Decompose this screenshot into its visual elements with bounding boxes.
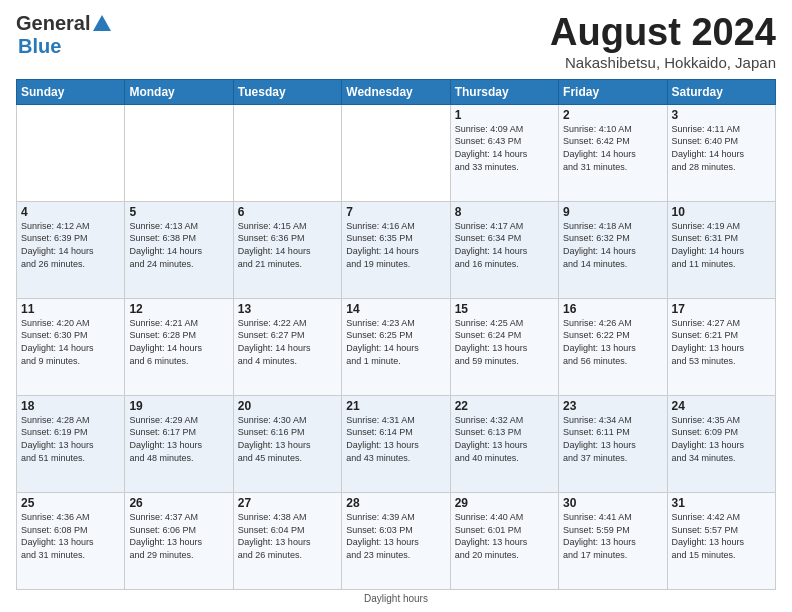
col-header-friday: Friday <box>559 79 667 104</box>
day-info: Sunrise: 4:39 AM Sunset: 6:03 PM Dayligh… <box>346 511 445 561</box>
day-info: Sunrise: 4:15 AM Sunset: 6:36 PM Dayligh… <box>238 220 337 270</box>
calendar-cell: 22Sunrise: 4:32 AM Sunset: 6:13 PM Dayli… <box>450 395 558 492</box>
day-info: Sunrise: 4:28 AM Sunset: 6:19 PM Dayligh… <box>21 414 120 464</box>
day-info: Sunrise: 4:37 AM Sunset: 6:06 PM Dayligh… <box>129 511 228 561</box>
day-number: 17 <box>672 302 771 316</box>
day-info: Sunrise: 4:31 AM Sunset: 6:14 PM Dayligh… <box>346 414 445 464</box>
col-header-saturday: Saturday <box>667 79 775 104</box>
day-info: Sunrise: 4:16 AM Sunset: 6:35 PM Dayligh… <box>346 220 445 270</box>
day-number: 7 <box>346 205 445 219</box>
day-number: 24 <box>672 399 771 413</box>
day-info: Sunrise: 4:20 AM Sunset: 6:30 PM Dayligh… <box>21 317 120 367</box>
day-info: Sunrise: 4:27 AM Sunset: 6:21 PM Dayligh… <box>672 317 771 367</box>
col-header-tuesday: Tuesday <box>233 79 341 104</box>
day-number: 5 <box>129 205 228 219</box>
calendar-cell <box>125 104 233 201</box>
calendar-cell: 16Sunrise: 4:26 AM Sunset: 6:22 PM Dayli… <box>559 298 667 395</box>
calendar-cell: 26Sunrise: 4:37 AM Sunset: 6:06 PM Dayli… <box>125 492 233 589</box>
col-header-monday: Monday <box>125 79 233 104</box>
day-info: Sunrise: 4:25 AM Sunset: 6:24 PM Dayligh… <box>455 317 554 367</box>
day-info: Sunrise: 4:18 AM Sunset: 6:32 PM Dayligh… <box>563 220 662 270</box>
day-number: 21 <box>346 399 445 413</box>
day-number: 4 <box>21 205 120 219</box>
page-title: August 2024 <box>550 12 776 54</box>
day-number: 15 <box>455 302 554 316</box>
calendar-cell: 18Sunrise: 4:28 AM Sunset: 6:19 PM Dayli… <box>17 395 125 492</box>
day-info: Sunrise: 4:21 AM Sunset: 6:28 PM Dayligh… <box>129 317 228 367</box>
day-number: 20 <box>238 399 337 413</box>
calendar-cell <box>17 104 125 201</box>
day-info: Sunrise: 4:30 AM Sunset: 6:16 PM Dayligh… <box>238 414 337 464</box>
day-number: 6 <box>238 205 337 219</box>
calendar-week-4: 18Sunrise: 4:28 AM Sunset: 6:19 PM Dayli… <box>17 395 776 492</box>
calendar-week-1: 1Sunrise: 4:09 AM Sunset: 6:43 PM Daylig… <box>17 104 776 201</box>
calendar-cell: 6Sunrise: 4:15 AM Sunset: 6:36 PM Daylig… <box>233 201 341 298</box>
day-number: 28 <box>346 496 445 510</box>
page-subtitle: Nakashibetsu, Hokkaido, Japan <box>550 54 776 71</box>
day-info: Sunrise: 4:32 AM Sunset: 6:13 PM Dayligh… <box>455 414 554 464</box>
day-info: Sunrise: 4:42 AM Sunset: 5:57 PM Dayligh… <box>672 511 771 561</box>
calendar-cell: 21Sunrise: 4:31 AM Sunset: 6:14 PM Dayli… <box>342 395 450 492</box>
calendar-week-2: 4Sunrise: 4:12 AM Sunset: 6:39 PM Daylig… <box>17 201 776 298</box>
calendar-cell: 29Sunrise: 4:40 AM Sunset: 6:01 PM Dayli… <box>450 492 558 589</box>
calendar-cell: 8Sunrise: 4:17 AM Sunset: 6:34 PM Daylig… <box>450 201 558 298</box>
svg-marker-0 <box>93 15 111 31</box>
calendar-cell: 7Sunrise: 4:16 AM Sunset: 6:35 PM Daylig… <box>342 201 450 298</box>
day-number: 14 <box>346 302 445 316</box>
calendar-cell: 4Sunrise: 4:12 AM Sunset: 6:39 PM Daylig… <box>17 201 125 298</box>
day-number: 3 <box>672 108 771 122</box>
day-number: 2 <box>563 108 662 122</box>
day-number: 11 <box>21 302 120 316</box>
day-number: 16 <box>563 302 662 316</box>
day-number: 10 <box>672 205 771 219</box>
day-number: 26 <box>129 496 228 510</box>
calendar-table: SundayMondayTuesdayWednesdayThursdayFrid… <box>16 79 776 590</box>
col-header-wednesday: Wednesday <box>342 79 450 104</box>
calendar-cell: 25Sunrise: 4:36 AM Sunset: 6:08 PM Dayli… <box>17 492 125 589</box>
day-headers-row: SundayMondayTuesdayWednesdayThursdayFrid… <box>17 79 776 104</box>
calendar-header: SundayMondayTuesdayWednesdayThursdayFrid… <box>17 79 776 104</box>
footer-note: Daylight hours <box>16 593 776 604</box>
day-info: Sunrise: 4:22 AM Sunset: 6:27 PM Dayligh… <box>238 317 337 367</box>
calendar-cell: 14Sunrise: 4:23 AM Sunset: 6:25 PM Dayli… <box>342 298 450 395</box>
logo-blue: Blue <box>18 35 61 57</box>
calendar-cell: 28Sunrise: 4:39 AM Sunset: 6:03 PM Dayli… <box>342 492 450 589</box>
calendar-cell: 9Sunrise: 4:18 AM Sunset: 6:32 PM Daylig… <box>559 201 667 298</box>
day-info: Sunrise: 4:34 AM Sunset: 6:11 PM Dayligh… <box>563 414 662 464</box>
col-header-sunday: Sunday <box>17 79 125 104</box>
day-number: 31 <box>672 496 771 510</box>
calendar-cell: 12Sunrise: 4:21 AM Sunset: 6:28 PM Dayli… <box>125 298 233 395</box>
calendar-cell: 13Sunrise: 4:22 AM Sunset: 6:27 PM Dayli… <box>233 298 341 395</box>
day-number: 29 <box>455 496 554 510</box>
day-number: 1 <box>455 108 554 122</box>
day-info: Sunrise: 4:19 AM Sunset: 6:31 PM Dayligh… <box>672 220 771 270</box>
title-block: August 2024 Nakashibetsu, Hokkaido, Japa… <box>550 12 776 71</box>
day-number: 18 <box>21 399 120 413</box>
day-number: 9 <box>563 205 662 219</box>
day-info: Sunrise: 4:40 AM Sunset: 6:01 PM Dayligh… <box>455 511 554 561</box>
day-number: 12 <box>129 302 228 316</box>
calendar-cell: 20Sunrise: 4:30 AM Sunset: 6:16 PM Dayli… <box>233 395 341 492</box>
day-number: 13 <box>238 302 337 316</box>
day-info: Sunrise: 4:35 AM Sunset: 6:09 PM Dayligh… <box>672 414 771 464</box>
calendar-cell: 3Sunrise: 4:11 AM Sunset: 6:40 PM Daylig… <box>667 104 775 201</box>
calendar-cell: 27Sunrise: 4:38 AM Sunset: 6:04 PM Dayli… <box>233 492 341 589</box>
calendar-cell: 10Sunrise: 4:19 AM Sunset: 6:31 PM Dayli… <box>667 201 775 298</box>
logo-name: General <box>16 12 114 35</box>
calendar-body: 1Sunrise: 4:09 AM Sunset: 6:43 PM Daylig… <box>17 104 776 589</box>
calendar-cell: 24Sunrise: 4:35 AM Sunset: 6:09 PM Dayli… <box>667 395 775 492</box>
day-info: Sunrise: 4:36 AM Sunset: 6:08 PM Dayligh… <box>21 511 120 561</box>
day-number: 27 <box>238 496 337 510</box>
col-header-thursday: Thursday <box>450 79 558 104</box>
day-info: Sunrise: 4:13 AM Sunset: 6:38 PM Dayligh… <box>129 220 228 270</box>
day-info: Sunrise: 4:23 AM Sunset: 6:25 PM Dayligh… <box>346 317 445 367</box>
day-number: 8 <box>455 205 554 219</box>
header: General Blue August 2024 Nakashibetsu, H… <box>16 12 776 71</box>
calendar-cell: 2Sunrise: 4:10 AM Sunset: 6:42 PM Daylig… <box>559 104 667 201</box>
logo: General Blue <box>16 12 114 58</box>
day-info: Sunrise: 4:11 AM Sunset: 6:40 PM Dayligh… <box>672 123 771 173</box>
day-info: Sunrise: 4:38 AM Sunset: 6:04 PM Dayligh… <box>238 511 337 561</box>
calendar-week-5: 25Sunrise: 4:36 AM Sunset: 6:08 PM Dayli… <box>17 492 776 589</box>
calendar-cell: 23Sunrise: 4:34 AM Sunset: 6:11 PM Dayli… <box>559 395 667 492</box>
day-number: 30 <box>563 496 662 510</box>
